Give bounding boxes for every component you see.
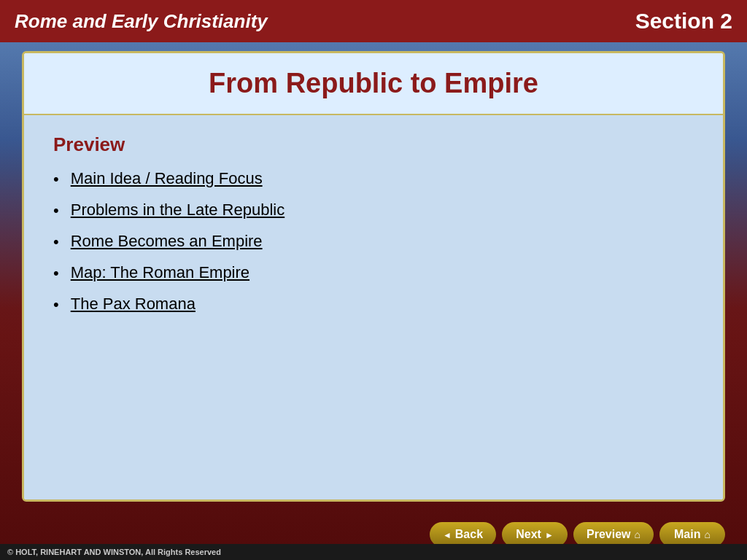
preview-home-icon — [635, 528, 640, 541]
preview-button[interactable]: Preview — [573, 522, 654, 547]
slide-body: Preview Main Idea / Reading Focus Proble… — [24, 115, 723, 499]
list-item: Map: The Roman Empire — [53, 263, 694, 283]
next-label: Next — [516, 528, 541, 541]
rome-empire-link[interactable]: Rome Becomes an Empire — [71, 232, 263, 251]
content-card: From Republic to Empire Preview Main Ide… — [22, 51, 725, 502]
main-button[interactable]: Main — [659, 522, 725, 547]
footer: © HOLT, RINEHART AND WINSTON, All Rights… — [0, 544, 747, 560]
problems-link[interactable]: Problems in the Late Republic — [71, 201, 285, 219]
pax-link[interactable]: The Pax Romana — [71, 295, 196, 314]
bullet-list: Main Idea / Reading Focus Problems in th… — [53, 169, 694, 314]
main-label: Main — [674, 528, 700, 541]
list-item: The Pax Romana — [53, 295, 694, 314]
back-label: Back — [455, 528, 483, 541]
preview-label: Preview — [53, 133, 694, 156]
copyright-text: © HOLT, RINEHART AND WINSTON, All Rights… — [7, 548, 221, 556]
course-title: Rome and Early Christianity — [15, 10, 268, 33]
list-item: Problems in the Late Republic — [53, 201, 694, 220]
main-home-icon — [704, 528, 710, 541]
slide-title: From Republic to Empire — [46, 68, 701, 99]
main-idea-link[interactable]: Main Idea / Reading Focus — [71, 169, 263, 188]
map-link[interactable]: Map: The Roman Empire — [71, 263, 249, 282]
bottom-navigation: Back Next Preview Main — [430, 522, 725, 547]
list-item: Rome Becomes an Empire — [53, 232, 694, 252]
next-button[interactable]: Next — [502, 522, 568, 547]
preview-label: Preview — [587, 528, 630, 541]
back-arrow-icon — [443, 528, 452, 541]
section-label: Section 2 — [635, 9, 732, 34]
back-button[interactable]: Back — [430, 522, 496, 547]
list-item: Main Idea / Reading Focus — [53, 169, 694, 189]
next-arrow-icon — [545, 528, 554, 541]
header-bar: Rome and Early Christianity Section 2 — [0, 0, 747, 42]
slide-title-area: From Republic to Empire — [24, 53, 723, 115]
